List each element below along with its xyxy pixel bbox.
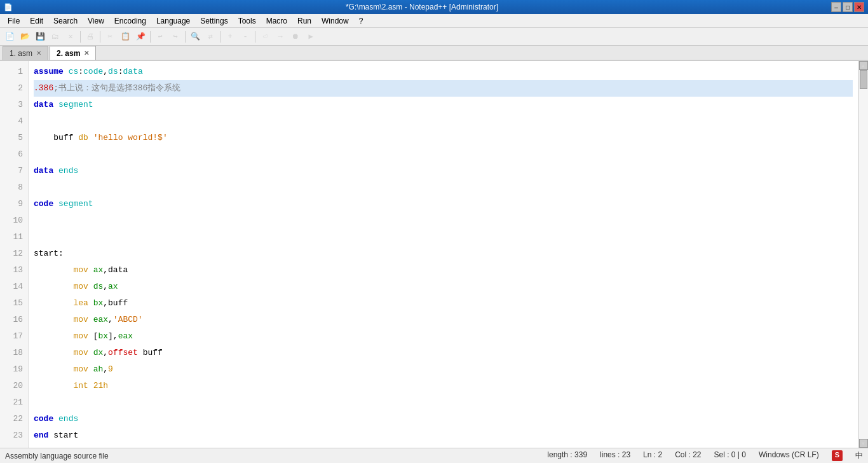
status-right: length : 339 lines : 23 Ln : 2 Col : 22 … (547, 450, 863, 461)
scrollbar[interactable]: ▲ ▼ (858, 61, 868, 448)
menu-bar: FileEditSearchViewEncodingLanguageSettin… (0, 14, 868, 28)
code-line-21[interactable] (34, 394, 853, 411)
tab-tab2[interactable]: 2. asm✕ (50, 46, 96, 60)
indent-button[interactable]: → (273, 30, 287, 44)
status-file-type: Assembly language source file (5, 452, 547, 460)
code-line-15[interactable]: lea bx,buff (34, 295, 853, 312)
code-line-5[interactable]: buff db 'hello world!$' (34, 130, 853, 146)
title-text: *G:\masm\2.asm - Notepad++ [Administrato… (346, 3, 498, 11)
code-line-8[interactable] (34, 179, 853, 196)
status-ln: Ln : 2 (643, 450, 662, 461)
sep4 (185, 31, 186, 43)
tab-bar: 1. asm✕2. asm✕ (0, 46, 868, 61)
code-line-11[interactable] (34, 229, 853, 245)
scroll-up-button[interactable]: ▲ (859, 61, 868, 70)
code-line-4[interactable] (34, 113, 853, 130)
find-button[interactable]: 🔍 (188, 30, 202, 44)
replace-button[interactable]: ⇄ (203, 30, 217, 44)
tab-close-tab1[interactable]: ✕ (36, 50, 41, 57)
save-all-button[interactable]: 🗂 (48, 30, 62, 44)
code-line-10[interactable] (34, 212, 853, 229)
code-line-12[interactable]: start: (34, 245, 853, 262)
sep1 (80, 31, 81, 43)
tab-label: 1. asm (10, 49, 32, 58)
tab-tab1[interactable]: 1. asm✕ (3, 46, 48, 60)
macro-play-button[interactable]: ▶ (304, 30, 318, 44)
sep5 (220, 31, 220, 43)
close-button[interactable]: ✕ (854, 2, 864, 12)
save-button[interactable]: 💾 (33, 30, 47, 44)
menu-item-language[interactable]: Language (151, 14, 195, 27)
menu-item-view[interactable]: View (83, 14, 109, 27)
status-bar: Assembly language source file length : 3… (0, 448, 868, 463)
menu-item-window[interactable]: Window (316, 14, 354, 27)
sep2 (100, 31, 100, 43)
sep3 (150, 31, 151, 43)
code-line-16[interactable]: mov eax,'ABCD' (34, 312, 853, 328)
menu-item-tools[interactable]: Tools (233, 14, 261, 27)
code-line-19[interactable]: mov ah,9 (34, 361, 853, 378)
code-line-9[interactable]: code segment (34, 196, 853, 212)
status-lines: lines : 23 (600, 450, 630, 461)
minimize-button[interactable]: – (831, 2, 841, 12)
menu-item-run[interactable]: Run (292, 14, 316, 27)
code-content[interactable]: assume cs:code,ds:data.386;书上说：这句是选择386指… (29, 61, 858, 448)
status-sel: Sel : 0 | 0 (714, 450, 745, 461)
menu-item-macro[interactable]: Macro (261, 14, 292, 27)
scroll-down-button[interactable]: ▼ (859, 439, 868, 448)
code-line-1[interactable]: assume cs:code,ds:data (34, 64, 853, 80)
undo-button[interactable]: ↩ (153, 30, 167, 44)
zoom-out-button[interactable]: - (238, 30, 252, 44)
code-line-7[interactable]: data ends (34, 163, 853, 179)
scroll-track (859, 70, 868, 439)
status-encoding: Windows (CR LF) (759, 450, 819, 461)
maximize-button[interactable]: □ (843, 2, 853, 12)
close-doc-button[interactable]: ✕ (64, 30, 78, 44)
tab-close-tab2[interactable]: ✕ (84, 50, 89, 57)
wrap-button[interactable]: ⏎ (258, 30, 272, 44)
paste-button[interactable]: 📌 (133, 30, 147, 44)
line-numbers: 1234567891011121314151617181920212223 (0, 61, 29, 448)
scroll-thumb[interactable] (860, 70, 867, 89)
sep6 (255, 31, 255, 43)
menu-item-?[interactable]: ? (354, 14, 369, 27)
zoom-in-button[interactable]: + (223, 30, 237, 44)
redo-button[interactable]: ↪ (168, 30, 182, 44)
code-area: 1234567891011121314151617181920212223 as… (0, 61, 868, 448)
code-line-6[interactable] (34, 146, 853, 163)
menu-item-settings[interactable]: Settings (195, 14, 233, 27)
title-controls: – □ ✕ (831, 2, 864, 12)
cut-button[interactable]: ✂ (103, 30, 117, 44)
code-line-20[interactable]: int 21h (34, 378, 853, 394)
code-line-2[interactable]: .386;书上说：这句是选择386指令系统 (34, 80, 853, 97)
code-line-13[interactable]: mov ax,data (34, 262, 853, 279)
menu-item-search[interactable]: Search (48, 14, 83, 27)
code-line-3[interactable]: data segment (34, 97, 853, 113)
open-button[interactable]: 📂 (18, 30, 32, 44)
status-lang-badge: 中 (855, 450, 863, 461)
code-line-14[interactable]: mov ds,ax (34, 279, 853, 295)
macro-rec-button[interactable]: ⏺ (288, 30, 302, 44)
menu-item-file[interactable]: File (3, 14, 25, 27)
status-length: length : 339 (547, 450, 587, 461)
status-col: Col : 22 (675, 450, 701, 461)
tab-label: 2. asm (57, 49, 80, 58)
code-line-18[interactable]: mov dx,offset buff (34, 345, 853, 361)
toolbar: 📄 📂 💾 🗂 ✕ 🖨 ✂ 📋 📌 ↩ ↪ 🔍 ⇄ + - ⏎ → ⏺ ▶ (0, 28, 868, 46)
title-bar: 📄 *G:\masm\2.asm - Notepad++ [Administra… (0, 0, 868, 14)
code-line-17[interactable]: mov [bx],eax (34, 328, 853, 345)
status-s-badge: S (832, 450, 843, 461)
new-button[interactable]: 📄 (3, 30, 17, 44)
menu-item-encoding[interactable]: Encoding (109, 14, 151, 27)
code-line-23[interactable]: end start (34, 427, 853, 444)
print-button[interactable]: 🖨 (83, 30, 97, 44)
code-line-22[interactable]: code ends (34, 411, 853, 427)
menu-item-edit[interactable]: Edit (25, 14, 48, 27)
copy-button[interactable]: 📋 (118, 30, 132, 44)
